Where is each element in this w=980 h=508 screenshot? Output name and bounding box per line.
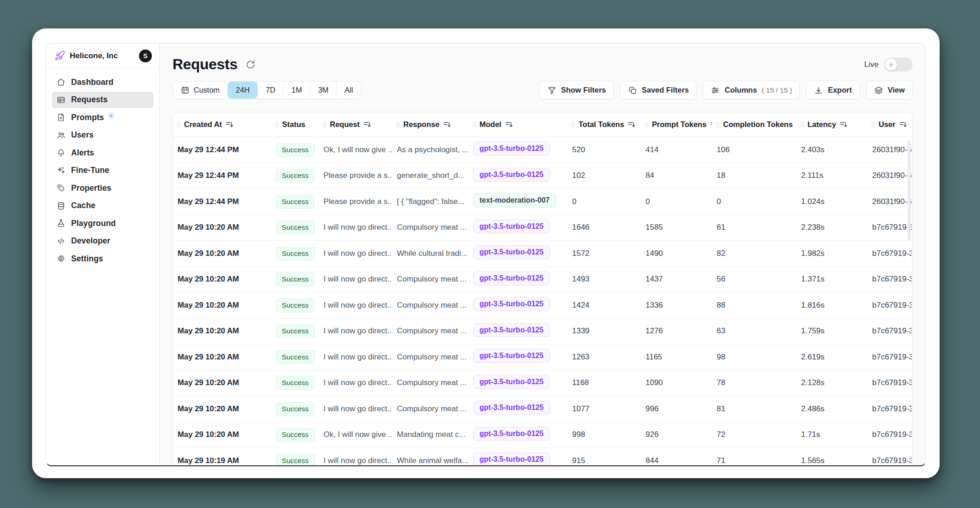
time-range-all[interactable]: All <box>336 82 361 99</box>
time-range-label: 3M <box>318 86 329 94</box>
cell-response: While cultural tradi... <box>392 249 468 258</box>
sidebar-item-label: Dashboard <box>71 77 113 87</box>
saved-filters-button[interactable]: Saved Filters <box>620 81 697 99</box>
drag-handle-icon[interactable] <box>571 121 575 128</box>
cell-latency: 2.619s <box>796 353 868 362</box>
cell-latency: 1.816s <box>796 301 868 310</box>
users-icon <box>56 131 66 140</box>
column-header-latency[interactable]: Latency <box>796 120 868 129</box>
live-toggle-knob: ✳ <box>885 59 897 71</box>
time-range-label: 1M <box>291 86 302 94</box>
column-label: Prompt Tokens <box>652 120 707 129</box>
sidebar-item-prompts[interactable]: Prompts✦ <box>52 109 154 126</box>
drag-handle-icon[interactable] <box>645 121 649 128</box>
cell-model: gpt-3.5-turbo-0125 <box>468 349 568 365</box>
sidebar-item-users[interactable]: Users <box>52 127 154 144</box>
sidebar-item-playground[interactable]: Playground <box>52 215 154 232</box>
cell-completion-tokens: 18 <box>712 171 796 180</box>
button-label: Show Filters <box>561 86 606 94</box>
time-range-label: All <box>345 86 353 94</box>
table-row[interactable]: May 29 10:20 AMSuccessOk, I will now giv… <box>173 422 912 448</box>
show-filters-button[interactable]: Show Filters <box>540 81 614 99</box>
column-header-user[interactable]: User <box>868 120 912 129</box>
column-header-request[interactable]: Request <box>319 120 392 129</box>
drag-handle-icon[interactable] <box>800 121 804 128</box>
sort-icon[interactable] <box>899 120 908 129</box>
table-header-row: Created AtStatusRequestResponseModelTota… <box>173 112 912 137</box>
rocket-icon <box>55 50 65 61</box>
calendar-icon <box>181 86 189 94</box>
table-row[interactable]: May 29 10:20 AMSuccessI will now go dire… <box>173 370 912 397</box>
org-switcher[interactable]: Helicone, Inc S <box>46 44 159 68</box>
cell-created-at: May 29 10:20 AM <box>173 353 271 362</box>
sort-icon[interactable] <box>505 120 513 129</box>
table-row[interactable]: May 29 10:19 AMSuccessI will now go dire… <box>173 448 912 465</box>
table-row[interactable]: May 29 10:20 AMSuccessI will now go dire… <box>173 267 912 293</box>
column-header-prompt-tokens[interactable]: Prompt Tokens <box>641 120 712 129</box>
table-row[interactable]: May 29 12:44 PMSuccessPlease provide a s… <box>173 163 912 189</box>
table-row[interactable]: May 29 10:20 AMSuccessI will now go dire… <box>173 241 912 267</box>
time-range-custom[interactable]: Custom <box>173 82 228 99</box>
drag-handle-icon[interactable] <box>275 121 279 128</box>
drag-handle-icon[interactable] <box>472 121 476 128</box>
cell-completion-tokens: 106 <box>712 145 796 155</box>
sidebar-item-requests[interactable]: Requests <box>52 92 154 108</box>
export-button[interactable]: Export <box>806 81 859 99</box>
column-header-completion-tokens[interactable]: Completion Tokens <box>712 120 796 129</box>
sidebar-item-alerts[interactable]: Alerts <box>52 144 154 161</box>
columns-button[interactable]: Columns( 15 / 15 ) <box>703 81 800 99</box>
sort-icon[interactable] <box>225 120 234 129</box>
cell-created-at: May 29 10:20 AM <box>173 404 271 414</box>
table-row[interactable]: May 29 12:44 PMSuccessOk, I will now giv… <box>173 137 912 163</box>
cell-status: Success <box>271 454 319 465</box>
sidebar-item-developer[interactable]: Developer <box>52 233 154 249</box>
table-row[interactable]: May 29 10:20 AMSuccessI will now go dire… <box>173 396 912 422</box>
time-range-7d[interactable]: 7D <box>257 82 283 99</box>
sidebar-item-settings[interactable]: Settings <box>52 250 154 267</box>
sort-icon[interactable] <box>443 120 451 129</box>
column-header-created-at[interactable]: Created At <box>173 120 271 129</box>
avatar[interactable]: S <box>139 50 152 62</box>
sidebar-item-cache[interactable]: Cache <box>52 198 154 214</box>
sort-icon[interactable] <box>839 120 848 129</box>
view-button[interactable]: View <box>866 81 913 99</box>
column-header-total-tokens[interactable]: Total Tokens <box>568 120 641 129</box>
button-label: Saved Filters <box>642 86 689 94</box>
scrollbar-thumb[interactable] <box>908 140 911 241</box>
cell-total-tokens: 1424 <box>568 301 641 310</box>
time-range-3m[interactable]: 3M <box>310 82 336 99</box>
drag-handle-icon[interactable] <box>396 121 400 128</box>
cell-request: I will now go direct... <box>319 378 392 387</box>
cell-total-tokens: 1077 <box>568 404 641 414</box>
live-toggle[interactable]: ✳ <box>884 58 913 72</box>
sort-icon[interactable] <box>363 120 372 129</box>
button-label: Columns <box>724 86 757 94</box>
drag-handle-icon[interactable] <box>871 121 875 128</box>
column-label: Created At <box>184 120 222 129</box>
drag-handle-icon[interactable] <box>323 121 327 128</box>
cell-prompt-tokens: 0 <box>641 197 712 206</box>
refresh-icon[interactable] <box>245 59 256 70</box>
time-range-24h[interactable]: 24H <box>228 82 257 99</box>
sidebar-item-properties[interactable]: Properties <box>52 180 154 196</box>
table-row[interactable]: May 29 12:44 PMSuccessPlease provide a s… <box>173 189 912 215</box>
time-range-1m[interactable]: 1M <box>283 82 310 99</box>
column-header-model[interactable]: Model <box>468 120 568 129</box>
cell-user: b7c67919-35 <box>868 249 912 258</box>
drag-handle-icon[interactable] <box>716 121 720 128</box>
sidebar-item-dashboard[interactable]: Dashboard <box>52 74 154 90</box>
cell-request: I will now go direct... <box>319 275 392 284</box>
cell-status: Success <box>271 402 319 416</box>
column-header-status[interactable]: Status <box>271 120 319 129</box>
column-header-response[interactable]: Response <box>392 120 468 129</box>
table-row[interactable]: May 29 10:20 AMSuccessI will now go dire… <box>173 319 912 345</box>
status-badge: Success <box>276 428 315 442</box>
table-row[interactable]: May 29 10:20 AMSuccessI will now go dire… <box>173 293 912 319</box>
layers-icon <box>874 86 883 95</box>
sidebar-item-label: Settings <box>71 254 103 264</box>
table-row[interactable]: May 29 10:20 AMSuccessI will now go dire… <box>173 344 912 370</box>
sidebar-item-fine-tune[interactable]: Fine-Tune <box>52 162 154 179</box>
drag-handle-icon[interactable] <box>177 121 181 128</box>
table-row[interactable]: May 29 10:20 AMSuccessI will now go dire… <box>173 215 912 241</box>
sort-icon[interactable] <box>627 120 636 129</box>
